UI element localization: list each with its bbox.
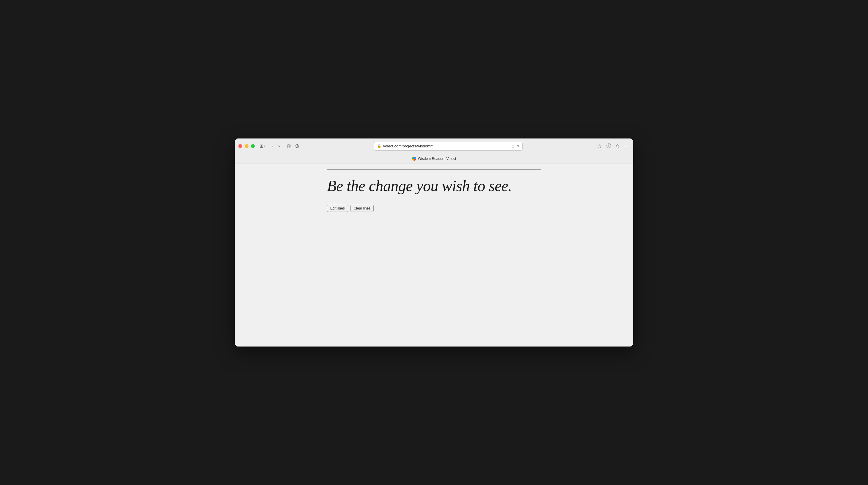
minimize-button[interactable] xyxy=(245,144,249,148)
edit-lines-button[interactable]: Edit lines xyxy=(327,205,348,212)
traffic-lights xyxy=(239,144,255,148)
sidebar-toggle[interactable]: ⊞ ▾ xyxy=(259,143,266,149)
browser-window: ⊞ ▾ ‹ › xyxy=(235,138,633,347)
toolbar-icons-right: ☆ ⓘ ⎙ ＋ xyxy=(596,142,629,150)
chevron-down-icon: ▾ xyxy=(264,144,266,148)
sidebar-icon: ⊞ xyxy=(259,143,264,149)
page-content: Be the change you wish to see. Edit line… xyxy=(235,163,633,347)
shield-icon[interactable] xyxy=(294,143,300,149)
reader-icon[interactable]: ⊡ xyxy=(512,144,515,148)
new-tab-icon[interactable]: ＋ xyxy=(622,142,629,150)
back-icon: ‹ xyxy=(272,143,274,149)
address-bar-container: 🔒 volect.com/projects/wisdomr/ ⊡ ↻ xyxy=(303,142,594,151)
tab-bar: Wisdom Reader | Volect xyxy=(235,154,633,163)
tab-favicon xyxy=(412,157,416,161)
close-button[interactable] xyxy=(239,144,242,148)
info-icon[interactable]: ⓘ xyxy=(605,142,612,150)
nav-buttons: ‹ › xyxy=(270,142,282,150)
tab-title: Wisdom Reader | Volect xyxy=(418,157,456,161)
active-tab[interactable]: Wisdom Reader | Volect xyxy=(408,155,460,162)
clear-lines-button[interactable]: Clear lines xyxy=(350,205,374,212)
toolbar-icons-left xyxy=(286,143,300,149)
url-text: volect.com/projects/wisdomr/ xyxy=(383,144,433,148)
forward-button[interactable]: › xyxy=(276,142,281,150)
extensions-icon[interactable] xyxy=(286,143,292,149)
title-bar: ⊞ ▾ ‹ › xyxy=(235,138,633,154)
share-icon[interactable]: ⎙ xyxy=(615,142,620,150)
bookmark-icon[interactable]: ☆ xyxy=(596,142,603,150)
content-wrapper: Be the change you wish to see. Edit line… xyxy=(321,163,547,224)
back-button[interactable]: ‹ xyxy=(270,142,275,150)
quote-text: Be the change you wish to see. xyxy=(327,177,541,195)
reload-icon[interactable]: ↻ xyxy=(516,144,519,148)
lock-icon: 🔒 xyxy=(377,144,381,148)
divider-line xyxy=(327,169,541,170)
address-bar[interactable]: 🔒 volect.com/projects/wisdomr/ ⊡ ↻ xyxy=(374,142,523,151)
button-row: Edit lines Clear lines xyxy=(327,205,541,212)
maximize-button[interactable] xyxy=(251,144,255,148)
forward-icon: › xyxy=(278,143,280,149)
